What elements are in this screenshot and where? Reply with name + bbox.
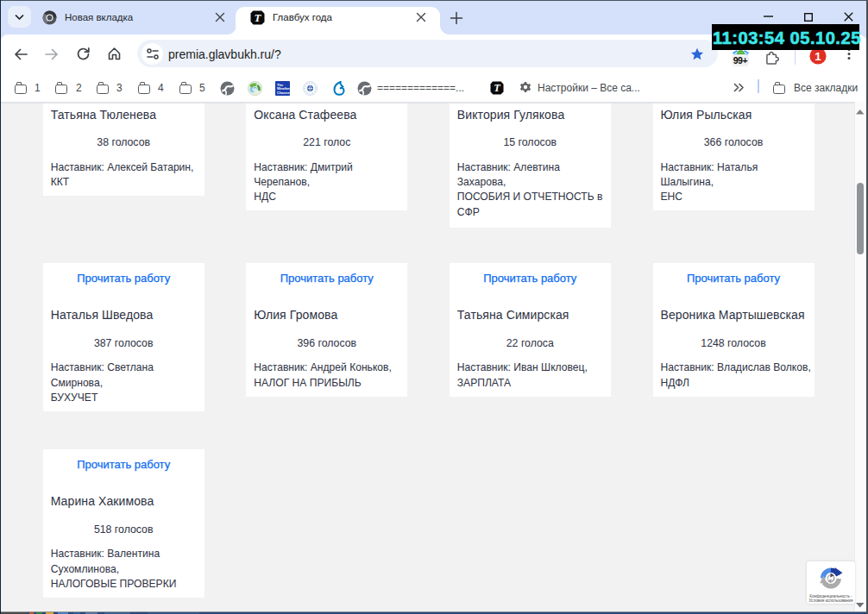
svg-text:Channel: Channel	[277, 91, 290, 95]
svg-text:T: T	[494, 82, 500, 94]
svg-text:1: 1	[815, 50, 821, 63]
svg-text:T: T	[255, 11, 262, 24]
